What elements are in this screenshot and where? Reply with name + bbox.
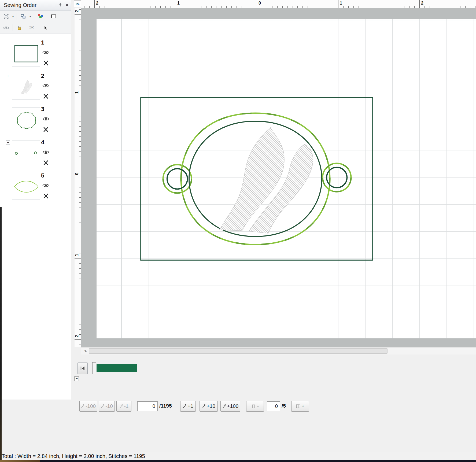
pin-icon[interactable] xyxy=(59,3,62,8)
design-canvas[interactable] xyxy=(97,19,476,338)
needle-icon xyxy=(202,404,205,409)
v-ruler-label: 2 xyxy=(75,9,79,13)
arrow-cursor-icon xyxy=(44,25,47,31)
stitch-slider-handle[interactable] xyxy=(92,362,96,374)
sequence-view-button[interactable] xyxy=(19,12,28,21)
color-back-button[interactable]: - xyxy=(246,401,264,412)
panel-header-buttons: ✕ xyxy=(59,2,69,8)
button-label: - xyxy=(257,403,259,409)
item-number: 1 xyxy=(41,39,44,46)
cut-disabled-button[interactable]: ✂✕ xyxy=(28,24,37,32)
toolbar-separator xyxy=(34,13,34,20)
collapse-toggle[interactable]: − xyxy=(74,376,79,381)
remove-icon[interactable] xyxy=(43,193,49,200)
hoop-button[interactable] xyxy=(49,12,58,21)
sewing-order-item-2: + 2 xyxy=(0,74,71,104)
h-ruler-label: 2 xyxy=(96,1,98,6)
horizontal-scrollbar[interactable]: < xyxy=(81,347,476,354)
vertical-ruler: 2 1 0 1 2 xyxy=(75,8,81,347)
zoom-fit-button[interactable] xyxy=(2,12,11,21)
stitch-forward-1-button[interactable]: +1 xyxy=(180,401,196,412)
toolbar-separator xyxy=(26,24,26,31)
scroll-left-arrow[interactable]: < xyxy=(83,348,88,354)
v-inch-mark xyxy=(75,177,81,177)
stitch-back-10-button[interactable]: -10 xyxy=(99,401,115,412)
visibility-button[interactable] xyxy=(2,24,11,32)
sewing-order-panel: Sewing Order ✕ ▾ ▾ xyxy=(0,0,71,400)
skip-to-start-button[interactable] xyxy=(78,363,88,374)
select-tool-button[interactable] xyxy=(41,24,50,32)
item-5-thumbnail[interactable] xyxy=(12,174,40,199)
background-window-patch xyxy=(0,460,40,462)
eye-icon[interactable] xyxy=(42,183,49,189)
h-inch-mark xyxy=(94,0,95,8)
color-order-button[interactable] xyxy=(36,12,45,21)
eye-icon[interactable] xyxy=(42,84,49,89)
vertical-ruler-ticks xyxy=(79,8,81,347)
button-label: -100 xyxy=(86,403,96,409)
panel-toolbar-top: ▾ ▾ xyxy=(0,11,71,22)
toolbar-separator xyxy=(39,24,39,31)
sewing-order-item-4: + 4 xyxy=(0,141,71,171)
stitch-forward-100-button[interactable]: +100 xyxy=(220,401,240,412)
panel-header: Sewing Order ✕ xyxy=(0,0,71,11)
canvas-viewport[interactable] xyxy=(81,8,476,347)
toolbar-separator xyxy=(13,24,13,31)
eye-icon xyxy=(3,26,9,30)
stitch-forward-10-button[interactable]: +10 xyxy=(200,401,218,412)
embroidery-design-svg[interactable] xyxy=(97,19,476,338)
eye-icon[interactable] xyxy=(42,117,49,122)
stitch-back-100-button[interactable]: -100 xyxy=(79,401,97,412)
expand-icon[interactable]: + xyxy=(6,141,10,145)
item-number: 2 xyxy=(41,72,44,79)
toolbar-separator xyxy=(47,13,47,20)
status-total-text: Total : Width = 2.84 inch, Height = 2.00… xyxy=(2,453,145,459)
expand-icon[interactable]: + xyxy=(6,74,10,78)
v-ruler-label: 1 xyxy=(75,90,79,95)
v-inch-mark xyxy=(75,339,81,340)
panel-title: Sewing Order xyxy=(4,2,36,8)
eye-icon[interactable] xyxy=(42,150,49,155)
button-label: -1 xyxy=(124,403,129,409)
stitch-total-label: /1195 xyxy=(159,403,172,409)
h-ruler-label: 0 xyxy=(259,1,261,6)
horizontal-ruler: 2 1 0 1 2 xyxy=(81,0,476,8)
stitch-position-input[interactable] xyxy=(137,401,158,411)
lock-button[interactable] xyxy=(15,24,24,32)
rectangle-outline-thumb xyxy=(12,41,40,67)
button-label: -10 xyxy=(105,403,113,409)
app-root: Sewing Order ✕ ▾ ▾ xyxy=(0,0,476,462)
needle-icon xyxy=(183,404,186,409)
item-number: 3 xyxy=(41,106,44,113)
remove-icon[interactable] xyxy=(43,93,49,100)
eye-icon[interactable] xyxy=(42,50,49,56)
remove-icon[interactable] xyxy=(43,127,49,134)
color-position-input[interactable] xyxy=(267,401,280,411)
zoom-fit-dropdown-icon[interactable]: ▾ xyxy=(11,15,15,18)
item-4-thumbnail[interactable] xyxy=(12,141,40,166)
remove-icon[interactable] xyxy=(43,60,49,67)
scrollbar-thumb[interactable] xyxy=(89,348,388,354)
item-number: 5 xyxy=(41,172,44,179)
v-ruler-label: 2 xyxy=(75,334,79,338)
close-icon[interactable]: ✕ xyxy=(65,2,69,8)
panel-toolbar-bottom: ✂✕ xyxy=(0,22,71,34)
h-inch-mark xyxy=(419,0,420,8)
background-window-edge xyxy=(0,207,2,460)
item-1-thumbnail[interactable] xyxy=(12,41,40,66)
remove-icon[interactable] xyxy=(43,160,49,167)
sewing-order-item-1: 1 xyxy=(0,41,71,71)
item-3-thumbnail[interactable] xyxy=(12,107,40,133)
outer-border-thumb xyxy=(12,174,40,200)
spool-icon xyxy=(251,404,256,408)
needle-icon xyxy=(81,404,84,409)
color-forward-button[interactable]: + xyxy=(291,401,309,412)
skip-start-icon xyxy=(80,366,85,371)
v-ruler-label: 0 xyxy=(75,172,79,176)
stitch-back-1-button[interactable]: -1 xyxy=(116,401,131,412)
sequence-view-dropdown-icon[interactable]: ▾ xyxy=(28,15,32,18)
item-2-thumbnail[interactable] xyxy=(12,74,40,100)
status-bar: Total : Width = 2.84 inch, Height = 2.00… xyxy=(0,452,476,460)
h-inch-mark xyxy=(257,0,257,8)
needle-icon xyxy=(101,404,104,409)
